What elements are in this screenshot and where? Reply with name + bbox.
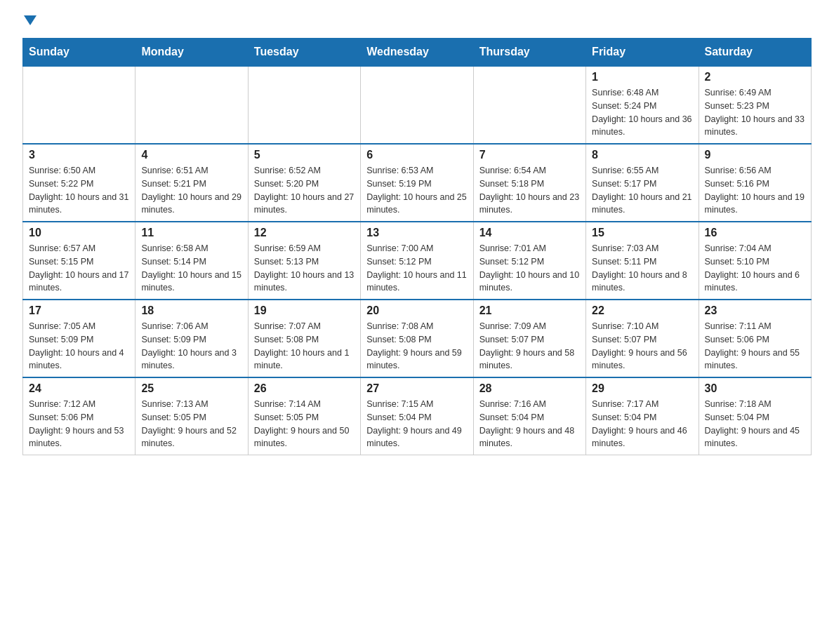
day-number: 23 — [705, 304, 805, 317]
day-cell-9: 9Sunrise: 6:56 AMSunset: 5:16 PMDaylight… — [699, 144, 811, 222]
day-info: Sunrise: 6:55 AMSunset: 5:17 PMDaylight:… — [592, 164, 692, 217]
day-number: 29 — [592, 382, 692, 395]
day-info: Sunrise: 7:15 AMSunset: 5:04 PMDaylight:… — [366, 398, 467, 450]
day-number: 12 — [254, 227, 355, 239]
day-number: 5 — [254, 149, 355, 161]
day-cell-24: 24Sunrise: 7:12 AMSunset: 5:06 PMDayligh… — [23, 377, 135, 455]
day-info: Sunrise: 6:52 AMSunset: 5:20 PMDaylight:… — [254, 164, 355, 217]
day-info: Sunrise: 7:01 AMSunset: 5:12 PMDaylight:… — [479, 242, 580, 295]
day-cell-15: 15Sunrise: 7:03 AMSunset: 5:11 PMDayligh… — [586, 222, 699, 300]
day-info: Sunrise: 7:05 AMSunset: 5:09 PMDaylight:… — [29, 320, 129, 373]
day-info: Sunrise: 7:06 AMSunset: 5:09 PMDaylight:… — [141, 320, 241, 373]
weekday-header-saturday: Saturday — [699, 39, 811, 67]
day-cell-11: 11Sunrise: 6:58 AMSunset: 5:14 PMDayligh… — [135, 222, 248, 300]
day-number: 1 — [592, 71, 692, 83]
empty-cell — [23, 66, 135, 144]
day-info: Sunrise: 6:49 AMSunset: 5:23 PMDaylight:… — [705, 86, 805, 139]
day-cell-19: 19Sunrise: 7:07 AMSunset: 5:08 PMDayligh… — [248, 300, 360, 377]
day-number: 24 — [29, 382, 129, 395]
day-cell-10: 10Sunrise: 6:57 AMSunset: 5:15 PMDayligh… — [23, 222, 135, 300]
day-cell-21: 21Sunrise: 7:09 AMSunset: 5:07 PMDayligh… — [473, 300, 585, 377]
day-number: 27 — [366, 382, 467, 395]
weekday-header-friday: Friday — [586, 39, 699, 67]
day-info: Sunrise: 7:03 AMSunset: 5:11 PMDaylight:… — [592, 242, 692, 295]
day-number: 8 — [592, 149, 692, 161]
day-info: Sunrise: 7:12 AMSunset: 5:06 PMDaylight:… — [29, 398, 129, 450]
day-number: 14 — [479, 227, 580, 239]
week-row-1: 1Sunrise: 6:48 AMSunset: 5:24 PMDaylight… — [23, 66, 812, 144]
day-number: 16 — [705, 227, 805, 239]
day-number: 4 — [141, 149, 241, 161]
day-number: 30 — [705, 382, 805, 395]
day-info: Sunrise: 7:10 AMSunset: 5:07 PMDaylight:… — [592, 320, 692, 373]
day-cell-8: 8Sunrise: 6:55 AMSunset: 5:17 PMDaylight… — [586, 144, 699, 222]
day-number: 19 — [254, 304, 355, 317]
day-number: 17 — [29, 304, 129, 317]
day-cell-4: 4Sunrise: 6:51 AMSunset: 5:21 PMDaylight… — [135, 144, 248, 222]
day-info: Sunrise: 7:11 AMSunset: 5:06 PMDaylight:… — [705, 320, 805, 373]
day-number: 13 — [366, 227, 467, 239]
day-info: Sunrise: 6:50 AMSunset: 5:22 PMDaylight:… — [29, 164, 129, 217]
logo-arrow-icon — [24, 15, 37, 25]
empty-cell — [473, 66, 585, 144]
day-number: 11 — [141, 227, 241, 239]
calendar-table: SundayMondayTuesdayWednesdayThursdayFrid… — [22, 38, 812, 455]
weekday-header-row: SundayMondayTuesdayWednesdayThursdayFrid… — [23, 39, 812, 67]
day-number: 25 — [141, 382, 241, 395]
day-number: 7 — [479, 149, 580, 161]
day-cell-12: 12Sunrise: 6:59 AMSunset: 5:13 PMDayligh… — [248, 222, 360, 300]
day-number: 26 — [254, 382, 355, 395]
week-row-3: 10Sunrise: 6:57 AMSunset: 5:15 PMDayligh… — [23, 222, 812, 300]
day-number: 10 — [29, 227, 129, 239]
day-cell-6: 6Sunrise: 6:53 AMSunset: 5:19 PMDaylight… — [361, 144, 473, 222]
day-info: Sunrise: 6:53 AMSunset: 5:19 PMDaylight:… — [366, 164, 467, 217]
day-info: Sunrise: 6:54 AMSunset: 5:18 PMDaylight:… — [479, 164, 580, 217]
day-info: Sunrise: 7:17 AMSunset: 5:04 PMDaylight:… — [592, 398, 692, 450]
day-cell-29: 29Sunrise: 7:17 AMSunset: 5:04 PMDayligh… — [586, 377, 699, 455]
day-info: Sunrise: 6:51 AMSunset: 5:21 PMDaylight:… — [141, 164, 241, 217]
day-cell-22: 22Sunrise: 7:10 AMSunset: 5:07 PMDayligh… — [586, 300, 699, 377]
day-cell-25: 25Sunrise: 7:13 AMSunset: 5:05 PMDayligh… — [135, 377, 248, 455]
day-number: 6 — [366, 149, 467, 161]
day-cell-28: 28Sunrise: 7:16 AMSunset: 5:04 PMDayligh… — [473, 377, 585, 455]
day-cell-7: 7Sunrise: 6:54 AMSunset: 5:18 PMDaylight… — [473, 144, 585, 222]
weekday-header-tuesday: Tuesday — [248, 39, 360, 67]
empty-cell — [361, 66, 473, 144]
day-number: 3 — [29, 149, 129, 161]
day-number: 9 — [705, 149, 805, 161]
day-cell-3: 3Sunrise: 6:50 AMSunset: 5:22 PMDaylight… — [23, 144, 135, 222]
day-cell-27: 27Sunrise: 7:15 AMSunset: 5:04 PMDayligh… — [361, 377, 473, 455]
day-info: Sunrise: 7:18 AMSunset: 5:04 PMDaylight:… — [705, 398, 805, 450]
day-info: Sunrise: 6:58 AMSunset: 5:14 PMDaylight:… — [141, 242, 241, 295]
day-cell-30: 30Sunrise: 7:18 AMSunset: 5:04 PMDayligh… — [699, 377, 811, 455]
day-cell-16: 16Sunrise: 7:04 AMSunset: 5:10 PMDayligh… — [699, 222, 811, 300]
empty-cell — [248, 66, 360, 144]
day-cell-26: 26Sunrise: 7:14 AMSunset: 5:05 PMDayligh… — [248, 377, 360, 455]
day-info: Sunrise: 7:14 AMSunset: 5:05 PMDaylight:… — [254, 398, 355, 450]
day-number: 2 — [705, 71, 805, 83]
day-number: 15 — [592, 227, 692, 239]
header — [22, 17, 812, 27]
day-info: Sunrise: 7:00 AMSunset: 5:12 PMDaylight:… — [366, 242, 467, 295]
weekday-header-monday: Monday — [135, 39, 248, 67]
day-number: 18 — [141, 304, 241, 317]
day-cell-14: 14Sunrise: 7:01 AMSunset: 5:12 PMDayligh… — [473, 222, 585, 300]
day-number: 21 — [479, 304, 580, 317]
day-number: 20 — [366, 304, 467, 317]
day-cell-23: 23Sunrise: 7:11 AMSunset: 5:06 PMDayligh… — [699, 300, 811, 377]
day-cell-20: 20Sunrise: 7:08 AMSunset: 5:08 PMDayligh… — [361, 300, 473, 377]
day-info: Sunrise: 6:56 AMSunset: 5:16 PMDaylight:… — [705, 164, 805, 217]
day-cell-17: 17Sunrise: 7:05 AMSunset: 5:09 PMDayligh… — [23, 300, 135, 377]
day-info: Sunrise: 6:59 AMSunset: 5:13 PMDaylight:… — [254, 242, 355, 295]
week-row-2: 3Sunrise: 6:50 AMSunset: 5:22 PMDaylight… — [23, 144, 812, 222]
day-info: Sunrise: 7:08 AMSunset: 5:08 PMDaylight:… — [366, 320, 467, 373]
week-row-4: 17Sunrise: 7:05 AMSunset: 5:09 PMDayligh… — [23, 300, 812, 377]
day-info: Sunrise: 6:48 AMSunset: 5:24 PMDaylight:… — [592, 86, 692, 139]
day-info: Sunrise: 7:07 AMSunset: 5:08 PMDaylight:… — [254, 320, 355, 373]
logo — [22, 17, 37, 27]
day-info: Sunrise: 6:57 AMSunset: 5:15 PMDaylight:… — [29, 242, 129, 295]
day-number: 22 — [592, 304, 692, 317]
weekday-header-thursday: Thursday — [473, 39, 585, 67]
day-number: 28 — [479, 382, 580, 395]
empty-cell — [135, 66, 248, 144]
